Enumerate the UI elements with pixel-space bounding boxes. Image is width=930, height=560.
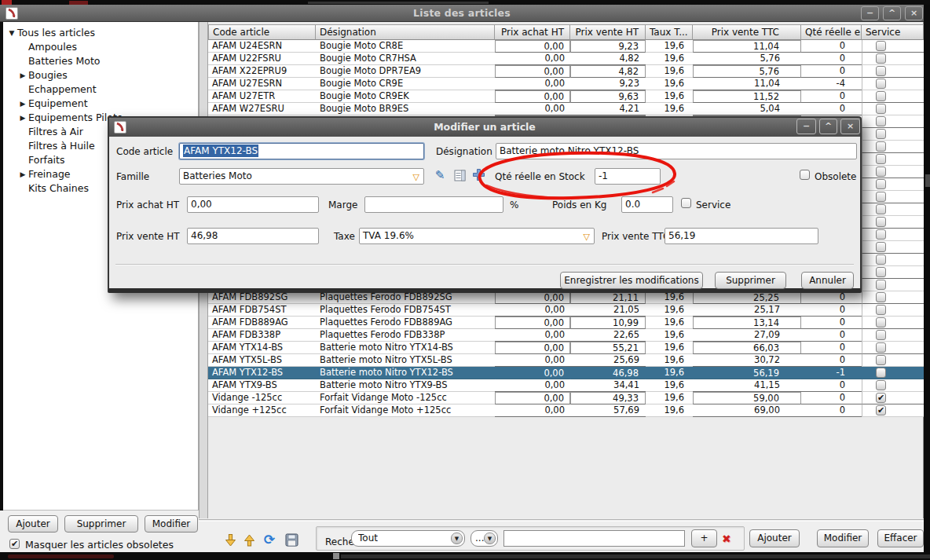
table-row[interactable]: AFAM YTX9-BSBatterie moto Nitro YTX9-BS0… xyxy=(208,379,924,392)
close-icon[interactable]: × xyxy=(905,6,923,20)
main-titlebar[interactable]: Liste des articles − ^ × xyxy=(0,5,924,22)
poids-input[interactable]: 0.0 xyxy=(621,196,673,213)
service-checkbox[interactable]: ✔ xyxy=(876,393,886,403)
prix-achat-input[interactable]: 0,00 xyxy=(187,196,319,213)
table-row[interactable]: Vidange -125ccForfait Vidange Moto -125c… xyxy=(208,392,924,404)
service-checkbox[interactable] xyxy=(876,41,886,51)
table-row[interactable]: AFAM U24ESRNBougie Moto CR8E0,009,2319,6… xyxy=(208,40,924,53)
column-header[interactable]: Désignation xyxy=(316,24,495,40)
service-checkbox[interactable] xyxy=(876,305,886,315)
add-filter-button[interactable]: + xyxy=(691,529,717,547)
clear-search-icon[interactable]: ✖ xyxy=(722,533,731,545)
column-header[interactable]: Taux T... xyxy=(646,24,693,40)
tree-item[interactable]: Ampoules xyxy=(3,40,198,54)
move-up-icon[interactable] xyxy=(243,533,258,547)
taxe-select[interactable]: TVA 19.6%▽ xyxy=(359,228,595,244)
delete-category-button[interactable]: Supprimer xyxy=(64,515,138,533)
service-checkbox[interactable] xyxy=(876,317,886,328)
column-header[interactable]: Code article xyxy=(208,24,316,40)
cancel-button[interactable]: Annuler xyxy=(801,272,854,289)
service-checkbox[interactable] xyxy=(876,292,886,302)
service-checkbox[interactable] xyxy=(876,66,886,76)
chevron-down-icon[interactable]: ▽ xyxy=(413,170,419,185)
column-header[interactable]: Service xyxy=(862,24,924,40)
service-checkbox[interactable] xyxy=(876,229,886,240)
service-checkbox[interactable] xyxy=(876,154,886,164)
tree-toggle-icon[interactable]: ▶ xyxy=(17,97,28,111)
column-header[interactable]: Prix vente TTC xyxy=(693,24,801,40)
designation-input[interactable]: Batterie moto Nitro YTX12-BS xyxy=(496,143,857,159)
add-category-button[interactable]: Ajouter xyxy=(8,515,58,533)
table-row[interactable]: AFAM X22EPRU9Bougie Moto DPR7EA90,004,82… xyxy=(208,65,924,78)
code-article-input[interactable]: AFAM YTX12-BS xyxy=(179,143,424,159)
tree-toggle-icon[interactable]: ▶ xyxy=(17,111,28,125)
service-checkbox[interactable] xyxy=(876,355,886,365)
service-checkbox[interactable] xyxy=(876,79,886,89)
service-checkbox[interactable] xyxy=(876,242,886,252)
service-checkbox[interactable] xyxy=(876,342,886,353)
service-checkbox[interactable] xyxy=(876,267,886,277)
delete-button[interactable]: Supprimer xyxy=(715,272,786,289)
service-checkbox[interactable] xyxy=(876,280,886,290)
column-header[interactable]: Prix achat HT xyxy=(495,24,570,40)
tree-toggle-icon[interactable]: ▼ xyxy=(6,26,17,40)
service-checkbox[interactable] xyxy=(876,91,886,101)
table-row[interactable]: AFAM U22FSRUBougie Moto CR7HSA0,004,8219… xyxy=(208,53,924,65)
service-checkbox[interactable] xyxy=(876,380,886,390)
table-row[interactable]: AFAM FDB892SGPlaquettes Ferodo FDB892SG0… xyxy=(208,291,924,304)
table-row[interactable]: AFAM FDB338PPlaquettes Ferodo FDB338P0,0… xyxy=(208,329,924,342)
service-checkbox[interactable] xyxy=(876,368,886,378)
move-down-icon[interactable] xyxy=(225,533,239,547)
service-checkbox[interactable] xyxy=(876,104,886,114)
service-checkbox[interactable] xyxy=(876,167,886,177)
service-checkbox[interactable] xyxy=(876,53,886,64)
service-checkbox[interactable]: ✔ xyxy=(876,405,886,415)
table-row[interactable]: Vidange +125ccForfait Vidange Moto +125c… xyxy=(208,404,924,417)
table-row[interactable]: AFAM U27ETRBougie Moto CR9EK0,009,6319,6… xyxy=(208,90,924,103)
table-row[interactable]: AFAM YTX5L-BSBatterie moto Nitro YTX5L-B… xyxy=(208,354,924,367)
service-checkbox[interactable] xyxy=(876,129,886,139)
dialog-titlebar[interactable]: Modifier un article − ^ × xyxy=(109,118,860,137)
column-header[interactable]: Qté réelle e... xyxy=(801,24,862,40)
search-input[interactable] xyxy=(503,530,685,547)
table-row[interactable]: AFAM W27ESRUBougie Moto BR9ES0,004,2119,… xyxy=(208,103,924,115)
refresh-icon[interactable]: ⟳ xyxy=(262,533,276,547)
service-checkbox[interactable] xyxy=(876,179,886,189)
famille-select[interactable]: Batteries Moto▽ xyxy=(179,168,424,185)
maximize-icon[interactable]: ^ xyxy=(883,6,901,20)
prix-vente-ht-input[interactable]: 46,98 xyxy=(187,228,319,244)
edit-pencil-icon[interactable]: ✎ xyxy=(433,168,447,182)
table-row[interactable]: AFAM YTX14-BSBatterie moto Nitro YTX14-B… xyxy=(208,342,924,354)
erase-article-button[interactable]: Effacer xyxy=(877,529,924,547)
search-more-select[interactable]: ... ▼ xyxy=(470,530,498,547)
service-checkbox[interactable] xyxy=(876,204,886,214)
table-row[interactable]: AFAM YTX12-BSBatterie moto Nitro YTX12-B… xyxy=(208,367,924,379)
tree-item[interactable]: ▶Equipement xyxy=(3,97,198,111)
service-checkbox[interactable] xyxy=(876,192,886,202)
service-checkbox[interactable] xyxy=(876,217,886,227)
table-row[interactable]: AFAM FDB889AGPlaquettes Ferodo FDB889AG0… xyxy=(208,317,924,329)
chevron-down-icon[interactable]: ▽ xyxy=(584,229,590,244)
minimize-icon[interactable]: − xyxy=(861,6,879,20)
tree-item[interactable]: Echappement xyxy=(3,82,198,97)
save-changes-button[interactable]: Enregistrer les modifications xyxy=(560,272,703,289)
column-header[interactable]: Prix vente HT xyxy=(570,24,646,40)
hide-obsolete-checkbox[interactable]: ✔ xyxy=(9,539,20,549)
add-famille-plus-icon[interactable] xyxy=(471,168,485,182)
service-checkbox[interactable] xyxy=(876,254,886,265)
tree-item[interactable]: ▶Bougies xyxy=(3,68,198,82)
prix-vente-ttc-input[interactable]: 56,19 xyxy=(665,228,818,244)
edit-category-button[interactable]: Modifier xyxy=(145,515,198,533)
qte-stock-input[interactable]: -1 xyxy=(595,168,661,185)
edit-article-button[interactable]: Modifier xyxy=(817,529,869,547)
tree-toggle-icon[interactable]: ▶ xyxy=(17,68,28,82)
service-checkbox[interactable] xyxy=(681,198,691,208)
service-checkbox[interactable] xyxy=(876,141,886,152)
save-icon[interactable] xyxy=(285,533,299,547)
obsolete-checkbox[interactable] xyxy=(800,170,810,180)
search-scope-select[interactable]: Tout ▼ xyxy=(351,530,465,547)
service-checkbox[interactable] xyxy=(876,116,886,126)
chevron-down-icon[interactable]: ▼ xyxy=(484,533,496,544)
service-checkbox[interactable] xyxy=(876,330,886,340)
minimize-icon[interactable]: − xyxy=(796,119,816,134)
